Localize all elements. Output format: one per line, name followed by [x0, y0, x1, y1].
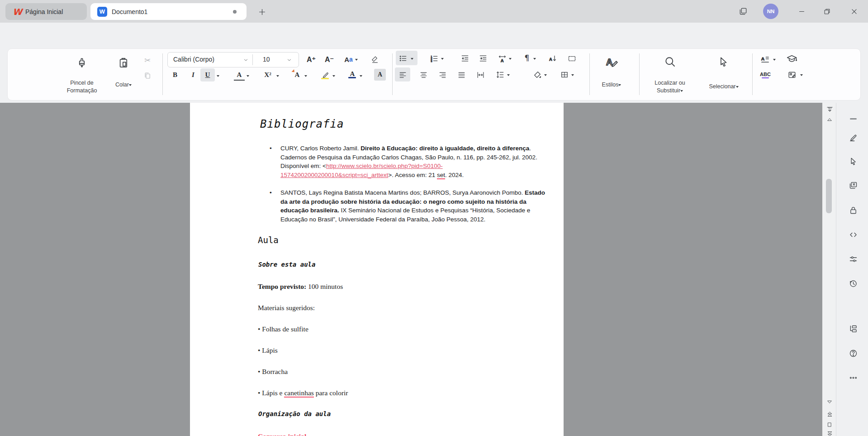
new-tab-button[interactable] [256, 6, 268, 18]
align-center-button[interactable] [417, 69, 429, 81]
hyperlink[interactable]: 15742002000200010&script=sci_arttext [280, 172, 388, 178]
sidebar-history-button[interactable] [848, 278, 859, 289]
sidebar-collapse-dash[interactable] [848, 113, 859, 124]
hyperlink[interactable]: http://www.scielo.br/scielo.php?pid=S010… [326, 163, 443, 169]
tab-list-button[interactable] [737, 5, 749, 17]
cut-button[interactable]: ✂ [141, 53, 154, 67]
phonetic-caret[interactable] [304, 75, 307, 78]
find-replace-label2[interactable]: Substituir [649, 87, 691, 94]
font-size-caret-icon[interactable] [286, 57, 292, 63]
restore-button[interactable] [815, 0, 839, 23]
spell-check-button[interactable]: ABC [759, 69, 772, 81]
scroll-down-button[interactable] [825, 398, 834, 407]
char-scale-button[interactable] [496, 53, 508, 64]
underline-caret[interactable] [217, 75, 219, 78]
select-button[interactable] [713, 53, 733, 71]
shading-button[interactable] [531, 69, 543, 81]
italic-button[interactable]: I [188, 69, 199, 81]
find-replace-button[interactable] [659, 53, 681, 71]
strikethrough-button[interactable]: A [234, 70, 245, 81]
numbered-list-caret[interactable] [441, 58, 444, 61]
char-shading-button[interactable]: A [374, 69, 386, 81]
highlight-caret[interactable] [332, 75, 335, 78]
shading-caret[interactable] [544, 74, 547, 77]
learning-tools-button[interactable] [785, 53, 798, 65]
unsaved-dot-icon [233, 10, 237, 14]
sidebar-help-button[interactable] [848, 348, 859, 359]
change-case-button[interactable]: Aa [341, 53, 361, 66]
bullet-list-caret[interactable] [411, 58, 413, 61]
sidebar-protect-button[interactable] [848, 205, 859, 216]
superscript-button[interactable]: X² [261, 69, 275, 81]
styles-label[interactable]: Estilos [596, 81, 627, 88]
paste-label[interactable]: Colar [108, 81, 139, 88]
strikethrough-caret[interactable] [247, 75, 249, 78]
find-replace-label[interactable]: Localizar ou [649, 80, 691, 86]
show-marks-button[interactable] [566, 53, 578, 64]
next-page-button[interactable] [825, 429, 834, 436]
document-tab[interactable]: W Documento1 [90, 3, 247, 20]
select-browse-object-button[interactable] [825, 420, 834, 429]
increase-font-button[interactable]: A⁺ [304, 53, 318, 66]
sidebar-code-button[interactable] [848, 229, 859, 240]
char-scale-caret[interactable] [509, 58, 512, 61]
copy-button[interactable] [141, 69, 154, 82]
format-painter-label2[interactable]: Formatação [61, 87, 103, 94]
sidebar-edit-button[interactable] [848, 131, 859, 142]
decrease-indent-button[interactable] [459, 53, 471, 64]
user-avatar[interactable]: NN [763, 4, 778, 19]
text-style-caret[interactable] [773, 59, 776, 62]
font-size-select[interactable]: 10 [263, 56, 270, 63]
superscript-caret[interactable] [276, 75, 279, 78]
bold-button[interactable]: B [170, 69, 180, 81]
document-page[interactable]: Bibliografia • CURY, Carlos Roberto Jami… [190, 103, 564, 436]
line-spacing-caret[interactable] [507, 74, 510, 77]
align-center-icon [419, 71, 428, 79]
sidebar-settings-button[interactable] [848, 254, 859, 264]
sidebar-outline-button[interactable] [848, 323, 859, 334]
underline-button[interactable]: U [202, 69, 213, 81]
paragraph-settings-button[interactable]: ¶ [522, 52, 532, 64]
ruler-toggle-button[interactable] [825, 104, 834, 113]
format-painter-label[interactable]: Pincel de [61, 80, 103, 86]
font-color-caret[interactable] [360, 75, 362, 78]
dash-icon [850, 118, 857, 120]
increase-indent-button[interactable] [477, 53, 489, 64]
borders-caret[interactable] [571, 74, 574, 77]
numbered-list-button[interactable] [428, 53, 440, 64]
format-painter-button[interactable] [70, 53, 94, 72]
align-right-button[interactable] [436, 69, 448, 81]
sidebar-select-button[interactable] [848, 156, 859, 167]
minimize-button[interactable] [790, 0, 813, 23]
previous-page-button[interactable] [825, 409, 834, 418]
sidebar-close-windows-button[interactable] [848, 180, 859, 191]
borders-button[interactable] [559, 69, 570, 81]
home-launcher-tab[interactable]: W Página Inicial [5, 3, 87, 20]
styles-button[interactable] [602, 53, 621, 71]
font-name-select[interactable]: Calibri (Corpo) [173, 56, 214, 63]
font-name-caret-icon[interactable] [243, 57, 249, 63]
close-button[interactable] [842, 0, 866, 23]
scrollbar-track[interactable] [822, 103, 836, 436]
align-left-button[interactable] [397, 69, 408, 81]
sidebar-more-button[interactable] [848, 372, 859, 383]
paragraph-caret[interactable] [533, 58, 536, 61]
select-label[interactable]: Selecionar [704, 83, 743, 90]
font-color-button[interactable]: A [347, 68, 358, 80]
clear-format-button[interactable] [368, 53, 382, 66]
toolbox-caret[interactable] [800, 74, 803, 77]
doc-materiais-sugeridos: Materiais sugeridos: [258, 304, 315, 312]
toolbox-button[interactable] [786, 69, 798, 81]
scroll-up-button[interactable] [825, 115, 834, 124]
paste-button[interactable] [112, 53, 135, 72]
bullet-list-button[interactable] [397, 53, 409, 64]
scrollbar-thumb[interactable] [826, 179, 832, 213]
sort-button[interactable] [547, 53, 559, 64]
phonetic-guide-button[interactable]: A [292, 69, 303, 81]
decrease-font-button[interactable]: A⁻ [322, 53, 337, 66]
align-justify-button[interactable] [455, 69, 467, 81]
distribute-button[interactable] [474, 69, 486, 81]
highlight-button[interactable] [320, 68, 331, 81]
text-style-button[interactable] [759, 53, 771, 65]
line-spacing-button[interactable] [494, 69, 506, 81]
